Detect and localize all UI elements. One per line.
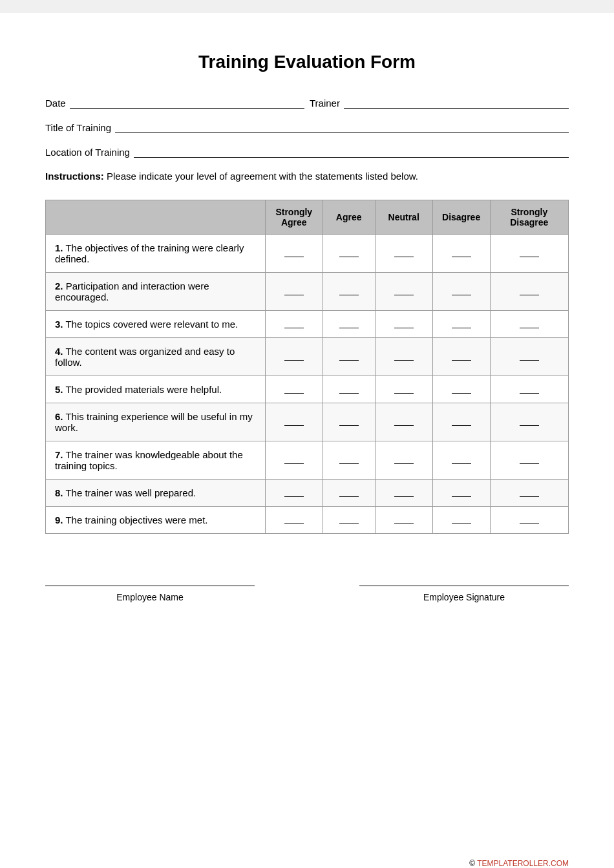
answer-line [339, 454, 359, 464]
answer-agree[interactable] [323, 441, 375, 479]
answer-strongly-disagree[interactable] [490, 310, 568, 337]
table-row: 2. Participation and interaction were en… [46, 272, 569, 310]
table-row: 5. The provided materials were helpful. [46, 376, 569, 403]
answer-strongly-disagree[interactable] [490, 479, 568, 506]
date-label: Date [45, 98, 66, 109]
answer-agree[interactable] [323, 403, 375, 441]
col-header-strongly-agree: Strongly Agree [265, 200, 323, 234]
answer-agree[interactable] [323, 479, 375, 506]
trainer-underline[interactable] [344, 96, 569, 109]
answer-line [394, 318, 414, 328]
question-cell: 1. The objectives of the training were c… [46, 234, 266, 272]
answer-strongly-agree[interactable] [265, 506, 323, 533]
answer-neutral[interactable] [375, 310, 432, 337]
answer-agree[interactable] [323, 506, 375, 533]
answer-disagree[interactable] [432, 337, 490, 376]
employee-name-block: Employee Name [45, 586, 255, 603]
answer-line [339, 383, 359, 394]
answer-neutral[interactable] [375, 234, 432, 272]
answer-agree[interactable] [323, 310, 375, 337]
answer-line [394, 247, 414, 257]
answer-neutral[interactable] [375, 337, 432, 376]
answer-disagree[interactable] [432, 479, 490, 506]
answer-line [452, 454, 471, 464]
col-header-question [46, 200, 266, 234]
location-of-training-row: Location of Training [45, 145, 569, 158]
title-of-training-row: Title of Training [45, 120, 569, 133]
answer-neutral[interactable] [375, 506, 432, 533]
col-header-strongly-disagree: Strongly Disagree [490, 200, 568, 234]
title-of-training-underline[interactable] [115, 120, 569, 133]
answer-strongly-agree[interactable] [265, 337, 323, 376]
answer-strongly-disagree[interactable] [490, 403, 568, 441]
answer-line [339, 247, 359, 257]
answer-strongly-disagree[interactable] [490, 376, 568, 403]
answer-strongly-agree[interactable] [265, 310, 323, 337]
answer-neutral[interactable] [375, 479, 432, 506]
table-row: 8. The trainer was well prepared. [46, 479, 569, 506]
answer-line [452, 416, 471, 426]
answer-line [452, 514, 471, 524]
answer-strongly-agree[interactable] [265, 234, 323, 272]
answer-disagree[interactable] [432, 310, 490, 337]
answer-strongly-agree[interactable] [265, 272, 323, 310]
answer-agree[interactable] [323, 234, 375, 272]
table-row: 3. The topics covered were relevant to m… [46, 310, 569, 337]
answer-disagree[interactable] [432, 234, 490, 272]
answer-strongly-agree[interactable] [265, 403, 323, 441]
answer-line [520, 318, 539, 328]
answer-disagree[interactable] [432, 506, 490, 533]
answer-line [339, 416, 359, 426]
answer-line [284, 350, 304, 361]
answer-neutral[interactable] [375, 441, 432, 479]
answer-strongly-disagree[interactable] [490, 234, 568, 272]
answer-line [339, 285, 359, 295]
answer-strongly-disagree[interactable] [490, 272, 568, 310]
answer-line [284, 487, 304, 497]
answer-line [284, 514, 304, 524]
date-underline[interactable] [70, 96, 304, 109]
location-of-training-label: Location of Training [45, 147, 130, 158]
answer-strongly-disagree[interactable] [490, 506, 568, 533]
answer-strongly-disagree[interactable] [490, 441, 568, 479]
answer-line [394, 514, 414, 524]
answer-disagree[interactable] [432, 441, 490, 479]
footer-link[interactable]: TEMPLATEROLLER.COM [477, 859, 569, 868]
answer-agree[interactable] [323, 337, 375, 376]
employee-signature-line [359, 586, 569, 586]
answer-disagree[interactable] [432, 272, 490, 310]
evaluation-table: Strongly Agree Agree Neutral Disagree St… [45, 200, 569, 534]
answer-line [520, 454, 539, 464]
trainer-label: Trainer [310, 98, 340, 109]
answer-agree[interactable] [323, 376, 375, 403]
location-of-training-underline[interactable] [134, 145, 569, 158]
answer-strongly-agree[interactable] [265, 376, 323, 403]
answer-disagree[interactable] [432, 403, 490, 441]
answer-line [394, 487, 414, 497]
question-cell: 7. The trainer was knowledgeable about t… [46, 441, 266, 479]
table-row: 6. This training experience will be usef… [46, 403, 569, 441]
answer-line [452, 318, 471, 328]
answer-disagree[interactable] [432, 376, 490, 403]
answer-line [452, 383, 471, 394]
answer-line [394, 350, 414, 361]
table-row: 1. The objectives of the training were c… [46, 234, 569, 272]
answer-strongly-disagree[interactable] [490, 337, 568, 376]
trainer-field: Trainer [310, 96, 569, 109]
question-cell: 2. Participation and interaction were en… [46, 272, 266, 310]
answer-neutral[interactable] [375, 272, 432, 310]
answer-line [284, 454, 304, 464]
instructions-bold: Instructions: [45, 171, 104, 182]
col-header-agree: Agree [323, 200, 375, 234]
page: Training Evaluation Form Date Trainer Ti… [0, 13, 614, 868]
answer-line [520, 285, 539, 295]
answer-line [284, 416, 304, 426]
answer-strongly-agree[interactable] [265, 479, 323, 506]
question-cell: 8. The trainer was well prepared. [46, 479, 266, 506]
answer-neutral[interactable] [375, 403, 432, 441]
col-header-neutral: Neutral [375, 200, 432, 234]
answer-neutral[interactable] [375, 376, 432, 403]
answer-strongly-agree[interactable] [265, 441, 323, 479]
answer-agree[interactable] [323, 272, 375, 310]
answer-line [339, 487, 359, 497]
